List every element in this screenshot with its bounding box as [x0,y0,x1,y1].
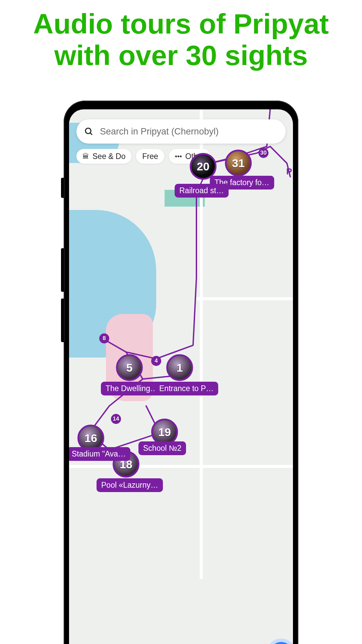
map-road [69,465,293,468]
chip-free[interactable]: Free [136,149,164,164]
poi-number: 8 [103,335,106,342]
poi-marker-1[interactable]: 1 [166,354,193,381]
search-icon [84,126,94,137]
more-icon: ••• [175,153,182,160]
poi-marker-8[interactable]: 8 [99,333,109,343]
svg-point-0 [85,128,91,133]
poi-number: 16 [84,432,97,445]
poi-marker-30[interactable]: 30 [258,148,268,158]
phone-volume-up-button [61,248,64,292]
poi-number: 5 [126,361,133,374]
search-bar[interactable]: Search in Pripyat (Chernobyl) [76,119,286,144]
promo-headline: Audio tours of Pripyat with over 30 sigh… [0,0,362,78]
search-placeholder: Search in Pripyat (Chernobyl) [100,126,219,137]
poi-marker-31[interactable]: 31 [225,150,252,176]
poi-number: 4 [155,358,158,364]
poi-marker-4[interactable]: 4 [151,356,161,366]
compass-button[interactable] [266,639,293,644]
poi-label-19[interactable]: School №2 [138,441,186,455]
poi-number: 20 [197,160,209,173]
map-screen[interactable]: Search in Pripyat (Chernobyl) 🏛 See & Do… [69,109,293,644]
chip-label: Free [142,152,158,161]
svg-line-1 [90,133,92,135]
poi-number: 19 [158,426,171,439]
chip-label: See & Do [93,152,125,161]
poi-label-20[interactable]: Railroad st… [175,184,229,198]
poi-marker-14[interactable]: 14 [111,414,121,424]
poi-number: 14 [113,416,119,422]
p-marker: P [286,166,292,177]
phone-side-button [61,178,64,198]
map-road [196,297,293,300]
poi-label-1[interactable]: Entrance to P… [155,382,218,395]
museum-icon: 🏛 [82,153,89,160]
phone-volume-down-button [61,299,64,342]
poi-number: 30 [260,150,267,156]
map-road [200,109,203,579]
poi-label-16[interactable]: Stadium "Ava… [69,447,130,461]
chip-see-and-do[interactable]: 🏛 See & Do [76,149,131,164]
poi-marker-5[interactable]: 5 [116,354,143,381]
poi-number: 31 [232,157,245,170]
poi-label-18[interactable]: Pool «Lazurny… [97,478,163,492]
phone-frame: Search in Pripyat (Chernobyl) 🏛 See & Do… [64,101,298,644]
poi-number: 1 [177,361,183,374]
poi-label-5[interactable]: The Dwelling… [101,382,163,395]
